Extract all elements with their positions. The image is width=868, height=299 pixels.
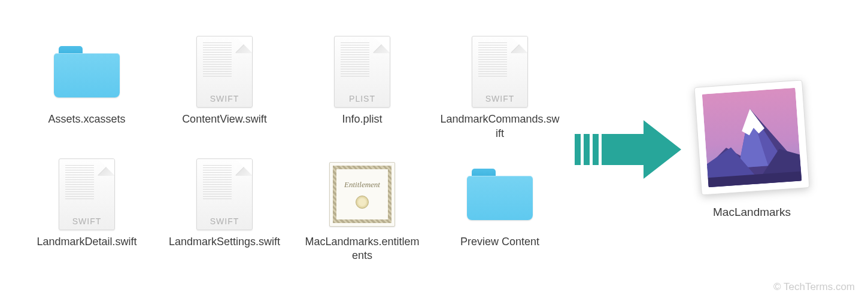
file-item-info-plist[interactable]: PLIST Info.plist [299, 36, 425, 126]
source-file-grid: Assets.xcassets SWIFT ContentView.swift … [24, 36, 563, 263]
folder-icon [54, 36, 120, 108]
file-label: ContentView.swift [182, 112, 267, 126]
swift-file-icon: SWIFT [467, 36, 533, 108]
entitlements-icon: Entitlement [329, 158, 395, 230]
svg-rect-1 [584, 134, 590, 165]
file-label: LandmarkCommands.swift [440, 112, 560, 141]
plist-file-icon: PLIST [329, 36, 395, 108]
app-label: MacLandmarks [713, 206, 791, 219]
file-item-landmarkcommands[interactable]: SWIFT LandmarkCommands.swift [437, 36, 563, 141]
file-label: LandmarkSettings.swift [169, 235, 280, 249]
file-label: Info.plist [342, 112, 382, 126]
file-item-preview-content-folder[interactable]: Preview Content [437, 158, 563, 249]
svg-marker-3 [602, 120, 681, 179]
app-icon [694, 80, 809, 195]
file-item-assets-folder[interactable]: Assets.xcassets [24, 36, 150, 126]
file-label: Preview Content [460, 235, 539, 249]
folder-icon [467, 158, 533, 230]
arrow-svg [575, 117, 682, 182]
svg-rect-2 [593, 134, 599, 165]
file-label: Assets.xcassets [48, 112, 125, 126]
svg-rect-0 [575, 134, 581, 165]
swift-file-icon: SWIFT [54, 158, 120, 230]
watermark-text: © TechTerms.com [773, 281, 855, 293]
file-item-landmarksettings[interactable]: SWIFT LandmarkSettings.swift [162, 158, 287, 249]
built-app[interactable]: MacLandmarks [694, 80, 809, 219]
build-arrow-icon [575, 117, 682, 182]
file-item-landmarkdetail[interactable]: SWIFT LandmarkDetail.swift [24, 158, 150, 249]
file-label: LandmarkDetail.swift [37, 235, 136, 249]
file-label: MacLandmarks.entitlements [302, 235, 422, 263]
swift-file-icon: SWIFT [192, 36, 257, 108]
file-item-contentview[interactable]: SWIFT ContentView.swift [162, 36, 287, 126]
swift-file-icon: SWIFT [192, 158, 257, 230]
file-item-entitlements[interactable]: Entitlement MacLandmarks.entitlements [299, 158, 425, 263]
